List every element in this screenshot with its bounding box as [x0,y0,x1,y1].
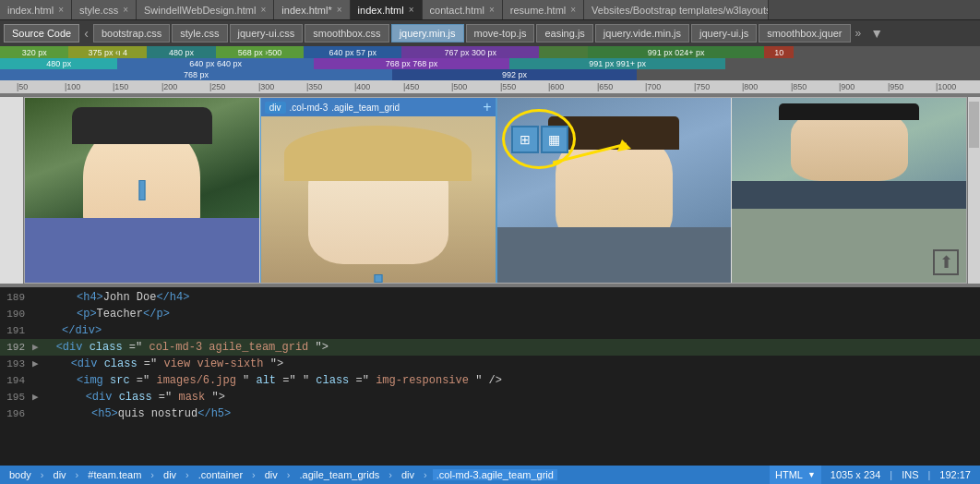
left-ruler [0,97,23,284]
app-container: index.html × style.css × SwindellWebDesi… [0,0,980,484]
toolbar-file-smoothbox[interactable]: smoothbox.css [305,24,388,42]
status-agile-grids[interactable]: .agile_team_grids [295,469,383,480]
toolbar-file-jquery-ui[interactable]: jquery-ui.css [230,24,304,42]
source-code-button[interactable]: Source Code [4,24,79,42]
status-right-section: HTML ▼ 1035 x 234 | INS | 192:17 [770,466,974,484]
status-container[interactable]: .container [195,469,246,480]
toolbar: Source Code ‹ bootstrap.css style.css jq… [0,20,980,46]
status-col-md-3[interactable]: .col-md-3.agile_team_grid [433,469,557,480]
tab-index-html-1[interactable]: index.html × [0,0,72,20]
add-element-icon[interactable]: + [483,99,491,115]
ruler2-seg-768: 768 px 768 px [314,58,509,69]
toolbar-file-move-top[interactable]: move-top.js [466,24,535,42]
team-card-3[interactable]: ⊞ ▦ [497,98,733,283]
toolbar-file-smoothbox-2[interactable]: smoothbox.jquer [759,24,850,42]
element-tag: div [265,102,286,114]
overflow-icon[interactable]: » [853,27,865,40]
ruler2-seg-640: 640 px 640 px [117,58,313,69]
tab-index-html-active[interactable]: index.html × [351,0,423,20]
ruler-seg-640: 640 px 57 px [304,46,401,58]
tab-style-css[interactable]: style.css × [72,0,137,20]
tab-bar: index.html × style.css × SwindellWebDesi… [0,0,980,20]
toolbar-file-bootstrap[interactable]: bootstrap.css [93,24,170,42]
status-position: 192:17 [936,469,974,480]
bottom-right-icon[interactable]: ⬆ [933,249,959,275]
status-html-dropdown[interactable]: HTML ▼ [770,466,821,484]
ruler-seg-blank [539,46,588,58]
design-view: div .col-md-3 .agile_team_grid + ⊞ [0,93,980,287]
ruler-seg-991: 991 px 024+ px [588,46,764,58]
v-scrollbar[interactable] [968,97,980,284]
element-class-2: .agile_team_grid [331,103,400,113]
tab-close-icon[interactable]: × [570,5,576,15]
toolbar-file-easing[interactable]: easing.js [536,24,592,42]
code-arrow-192: ▶ [32,339,42,356]
tab-vebsites[interactable]: Vebsites/Bootstrap templates/w3layouts.c… [584,0,769,20]
ruler3-seg-992: 992 px [392,69,638,80]
design-canvas: div .col-md-3 .agile_team_grid + ⊞ [24,97,967,284]
status-div-3[interactable]: div [261,469,281,480]
ruler-seg-568: 568 px ›500 [216,46,305,58]
ruler2-seg-480: 480 px [0,58,117,69]
status-body[interactable]: body [6,469,35,480]
ruler-seg-10: 10 [764,46,794,58]
tab-close-icon[interactable]: × [58,5,64,15]
team-card-4[interactable]: ⬆ [732,98,966,283]
dropdown-arrow-icon: ▼ [807,470,816,479]
code-line-192: 192 ▶ <div class =" col-md-3 agile_team_… [0,339,980,356]
floating-icon-right[interactable]: ▦ [541,126,568,153]
code-view: 189 <h4>John Doe</h4> 190 <p>Teacher</p>… [0,287,980,466]
ruler3-seg-blank [637,69,980,80]
status-dimensions: 1035 x 234 [827,469,884,480]
tab-close-icon[interactable]: × [409,5,414,15]
resize-handle-bottom[interactable] [374,274,382,283]
code-line-193: 193 ▶ <div class =" view view-sixth "> [0,356,980,372]
ruler2-seg-blank [725,58,980,69]
ruler3-seg-768: 768 px [0,69,392,80]
ruler-bar-1: 320 px 375 px ‹ı 4 480 px 568 px ›500 64… [0,46,980,58]
code-line-196: 196 <h5>quis nostrud</h5> [0,405,980,422]
ruler-seg-767: 767 px 300 px [401,46,539,58]
toolbar-file-style[interactable]: style.css [172,24,227,42]
tab-resume[interactable]: resume.html × [503,0,584,20]
tab-index-modified[interactable]: index.html* × [274,0,350,20]
toolbar-file-jquery-vide[interactable]: jquery.vide.min.js [595,24,689,42]
status-div-4[interactable]: div [398,469,418,480]
ruler2-seg-991: 991 px 991+ px [509,58,725,69]
floating-icon-left[interactable]: ⊞ [511,126,539,153]
code-line-190: 190 <p>Teacher</p> [0,306,980,322]
code-line-189: 189 <h4>John Doe</h4> [0,289,980,306]
scrollbar-thumb[interactable] [969,102,979,148]
toolbar-file-jquery-min[interactable]: jquery.min.js [391,24,464,42]
filter-icon[interactable]: ▼ [867,26,886,41]
status-ins: INS [898,469,922,480]
tab-close-icon[interactable]: × [260,5,266,15]
resize-handle-vertical[interactable] [138,180,145,200]
ruler-bar-2: 480 px 640 px 640 px 768 px 768 px 991 p… [0,58,980,69]
floating-icon-group: ⊞ ▦ [511,126,568,153]
tab-contact[interactable]: contact.html × [423,0,503,20]
element-selector-bar: div .col-md-3 .agile_team_grid + [261,98,496,116]
toolbar-file-jquery-ui-2[interactable]: jquery-ui.js [691,24,757,42]
code-arrow-193: ▶ [32,356,42,372]
arrow-left-icon[interactable]: ‹ [81,26,91,41]
code-line-191: 191 </div> [0,322,980,339]
status-div-1[interactable]: div [50,469,70,480]
tab-close-icon[interactable]: × [489,5,495,15]
rulers: 320 px 375 px ‹ı 4 480 px 568 px ›500 64… [0,46,980,93]
ruler-seg-480: 480 px [147,46,215,58]
status-div-2[interactable]: div [160,469,180,480]
tab-close-icon[interactable]: × [337,5,342,15]
tab-swindell[interactable]: SwindellWebDesign.html × [137,0,274,20]
ruler-seg-320: 320 px [0,46,68,58]
code-arrow-195: ▶ [32,389,42,405]
ruler-seg-375: 375 px ‹ı 4 [68,46,147,58]
code-line-195: 195 ▶ <div class =" mask "> [0,389,980,405]
team-card-1[interactable] [25,98,260,283]
status-bar: body › div › #team.team › div › .contain… [0,466,980,484]
status-team[interactable]: #team.team [84,469,145,480]
ruler-bar-3: 768 px 992 px [0,69,980,80]
code-line-194: 194 <img src =" images/6.jpg " alt =" " … [0,372,980,389]
team-card-2[interactable]: div .col-md-3 .agile_team_grid + [260,98,497,283]
tab-close-icon[interactable]: × [123,5,128,15]
